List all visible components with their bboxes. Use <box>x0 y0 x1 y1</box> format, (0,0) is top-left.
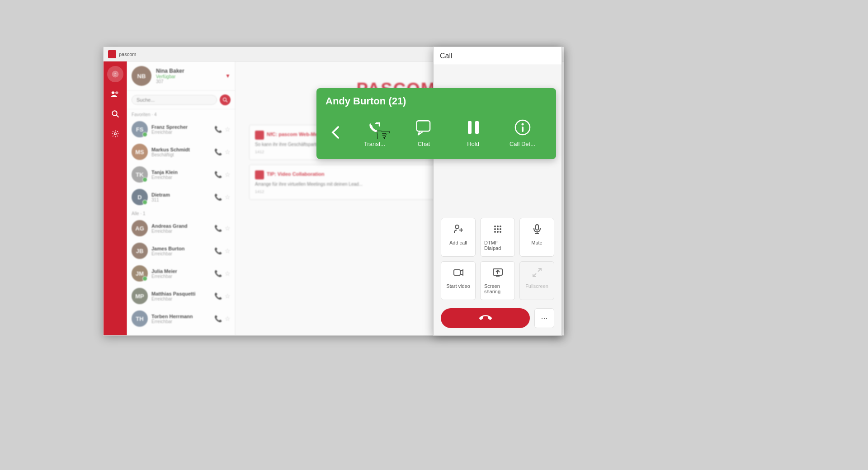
svg-line-5 <box>116 115 118 117</box>
sidebar-nav: ⌂ <box>104 61 127 335</box>
app-title: pascom <box>119 52 137 57</box>
avatar: AG <box>132 220 148 236</box>
svg-point-6 <box>114 133 117 135</box>
call-details-button[interactable]: Call Det... <box>498 114 547 150</box>
favorite-icon[interactable]: ☆ <box>225 315 231 322</box>
contact-details: Julia Meier Erreichbar <box>151 268 211 279</box>
call-icon[interactable]: 📞 <box>214 126 222 133</box>
user-extension: 307 <box>156 79 221 84</box>
list-item[interactable]: MP Matthias Pasquetti Erreichbar 📞 ☆ <box>127 285 235 307</box>
list-item[interactable]: JB James Burton Erreichbar 📞 ☆ <box>127 240 235 262</box>
contact-actions: 📞 ☆ <box>214 270 231 277</box>
contact-details: Tanja Klein Erreichbar <box>151 169 211 180</box>
mute-label: Mute <box>531 240 542 245</box>
call-panel-bottom: ··· <box>441 308 554 328</box>
sidebar-item-contacts[interactable] <box>107 86 123 102</box>
contact-name: Torben Herrmann <box>151 314 211 319</box>
favorites-section-label: Favoriten · 4 <box>127 109 235 118</box>
call-icon[interactable]: 📞 <box>214 315 222 322</box>
favorite-icon[interactable]: ☆ <box>225 193 231 201</box>
list-item[interactable]: AG Andreas Grand Erreichbar 📞 ☆ <box>127 217 235 240</box>
search-bar <box>127 91 235 109</box>
settings-icon <box>111 130 119 138</box>
screen-sharing-icon <box>492 267 503 281</box>
news-icon <box>255 131 264 140</box>
contact-status: 311 <box>151 197 211 202</box>
contact-details: Andreas Grand Erreichbar <box>151 223 211 234</box>
logo-icon <box>108 50 116 58</box>
contacts-icon <box>111 90 120 98</box>
sidebar-item-search[interactable] <box>107 106 123 122</box>
dtmf-label: DTMF Dialpad <box>484 240 511 251</box>
contact-details: Torben Herrmann Erreichbar <box>151 314 211 324</box>
call-panel-titlebar: Call <box>434 47 561 65</box>
svg-line-29 <box>538 268 541 272</box>
dtmf-dialpad-button[interactable]: DTMF Dialpad <box>480 218 515 257</box>
contact-actions: 📞 ☆ <box>214 148 231 155</box>
svg-point-7 <box>223 98 226 101</box>
contact-actions: 📞 ☆ <box>214 171 231 178</box>
add-call-button[interactable]: Add call <box>441 218 476 257</box>
contact-actions: 📞 ☆ <box>214 315 231 322</box>
call-icon[interactable]: 📞 <box>214 193 222 201</box>
call-icon[interactable]: 📞 <box>214 270 222 277</box>
more-options-button[interactable]: ··· <box>534 308 554 328</box>
svg-line-8 <box>226 101 228 103</box>
call-icon[interactable]: 📞 <box>214 148 222 155</box>
favorite-icon[interactable]: ☆ <box>225 225 231 232</box>
list-item[interactable]: TH Torben Herrmann Erreichbar 📞 ☆ <box>127 307 235 330</box>
hold-icon <box>463 117 484 138</box>
contact-status: Erreichbar <box>151 274 211 279</box>
list-item[interactable]: TK Tanja Klein Erreichbar 📞 ☆ <box>127 163 235 186</box>
contact-details: Matthias Pasquetti Erreichbar <box>151 291 211 301</box>
contact-status: Erreichbar <box>151 319 211 324</box>
chat-label: Chat <box>418 141 430 147</box>
hold-button[interactable]: Hold <box>448 114 498 150</box>
svg-point-16 <box>497 228 499 230</box>
avatar-initials: MP <box>132 288 148 304</box>
start-video-icon <box>453 267 464 281</box>
home-icon: ⌂ <box>111 70 120 79</box>
favorite-icon[interactable]: ☆ <box>225 292 231 300</box>
favorite-icon[interactable]: ☆ <box>225 126 231 133</box>
call-icon[interactable]: 📞 <box>214 292 222 300</box>
contact-name: Franz Sprecher <box>151 124 211 130</box>
contact-details: Franz Sprecher Erreichbar <box>151 124 211 135</box>
hangup-button[interactable] <box>441 308 530 328</box>
favorite-icon[interactable]: ☆ <box>225 171 231 178</box>
favorite-icon[interactable]: ☆ <box>225 247 231 254</box>
call-icon[interactable]: 📞 <box>214 247 222 254</box>
favorite-icon[interactable]: ☆ <box>225 270 231 277</box>
search-input[interactable] <box>132 95 217 105</box>
list-item[interactable]: MS Markus Schmidt Beschäftigt 📞 ☆ <box>127 141 235 163</box>
avatar-initials: TH <box>132 310 148 327</box>
avatar: TH <box>132 310 148 327</box>
avatar: D <box>132 189 148 205</box>
sidebar-item-home[interactable]: ⌂ <box>107 66 123 82</box>
avatar: MS <box>132 144 148 160</box>
list-item[interactable]: JM Julia Meier Erreichbar 📞 ☆ <box>127 262 235 285</box>
svg-point-15 <box>494 228 496 230</box>
hold-label: Hold <box>467 141 479 147</box>
screen-sharing-label: Screen sharing <box>484 283 511 294</box>
screen-sharing-button[interactable]: Screen sharing <box>480 261 515 300</box>
svg-point-19 <box>497 231 499 233</box>
news-icon <box>255 170 264 179</box>
list-item[interactable]: D Dietram 311 📞 ☆ <box>127 186 235 208</box>
svg-line-30 <box>533 273 536 277</box>
chat-button[interactable]: Chat <box>399 114 448 150</box>
svg-point-4 <box>112 111 117 116</box>
call-icon[interactable]: 📞 <box>214 171 222 178</box>
start-video-button[interactable]: Start video <box>441 261 476 300</box>
call-back-button[interactable] <box>326 122 345 142</box>
favorite-icon[interactable]: ☆ <box>225 148 231 155</box>
call-icon[interactable]: 📞 <box>214 225 222 232</box>
contact-status: Erreichbar <box>151 229 211 234</box>
sidebar-item-settings[interactable] <box>107 126 123 142</box>
transfer-button[interactable]: Transf... <box>350 114 399 150</box>
app-logo: pascom <box>108 50 137 58</box>
mute-button[interactable]: Mute <box>519 218 554 257</box>
list-item[interactable]: FS Franz Sprecher Erreichbar 📞 ☆ <box>127 118 235 141</box>
search-submit-button[interactable] <box>220 94 231 105</box>
user-dropdown-icon[interactable]: ▼ <box>225 73 231 79</box>
